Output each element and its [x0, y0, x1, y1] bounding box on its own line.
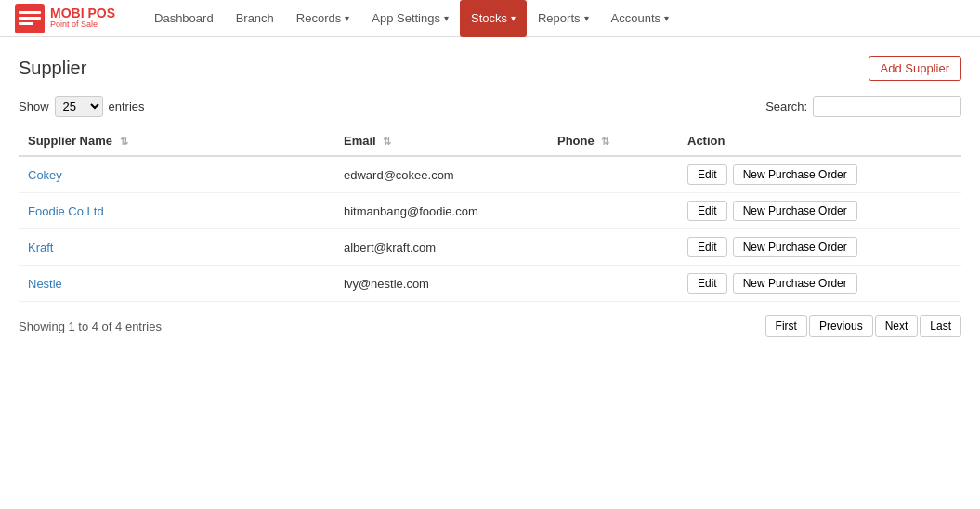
col-header-action: Action	[678, 126, 961, 156]
edit-button-2[interactable]: Edit	[687, 237, 727, 257]
brand-name: MOBI POS	[50, 7, 115, 20]
cell-action-2: Edit New Purchase Order	[678, 229, 961, 266]
pagination-last[interactable]: Last	[920, 315, 961, 337]
edit-button-0[interactable]: Edit	[687, 164, 727, 185]
table-row: Foodie Co Ltd hitmanbang@foodie.com Edit…	[19, 193, 961, 229]
cell-action-0: Edit New Purchase Order	[678, 156, 961, 193]
search-box: Search:	[765, 96, 961, 117]
records-caret: ▾	[345, 13, 349, 23]
brand-sub: Point of Sale	[50, 20, 115, 30]
cell-phone-1	[548, 193, 678, 229]
cell-action-1: Edit New Purchase Order	[678, 193, 961, 229]
search-label: Search:	[765, 99, 807, 113]
cell-email-3: ivy@nestle.com	[334, 266, 548, 302]
brand[interactable]: MOBI POS Point of Sale	[15, 4, 115, 33]
page-title: Supplier	[19, 58, 86, 79]
brand-logo	[15, 4, 45, 33]
cell-phone-0	[548, 156, 678, 193]
page-header: Supplier Add Supplier	[19, 56, 961, 81]
show-entries: Show 25 10 50 100 entries	[19, 96, 145, 117]
cell-email-1: hitmanbang@foodie.com	[334, 193, 548, 229]
edit-button-1[interactable]: Edit	[687, 201, 727, 221]
new-po-button-3[interactable]: New Purchase Order	[733, 273, 857, 294]
table-row: Cokey edward@cokee.com Edit New Purchase…	[19, 156, 961, 193]
pagination: First Previous Next Last	[765, 315, 961, 337]
search-input[interactable]	[813, 96, 961, 117]
table-row: Nestle ivy@nestle.com Edit New Purchase …	[19, 266, 961, 302]
cell-email-2: albert@kraft.com	[334, 229, 548, 266]
stocks-caret: ▾	[511, 13, 516, 23]
appsettings-caret: ▾	[444, 13, 449, 23]
col-header-email: Email ⇅	[334, 126, 548, 156]
nav-records[interactable]: Records ▾	[285, 0, 360, 37]
action-cell-3: Edit New Purchase Order	[687, 273, 952, 294]
nav-dashboard[interactable]: Dashboard	[143, 0, 225, 37]
new-po-button-0[interactable]: New Purchase Order	[733, 164, 857, 185]
supplier-link-1[interactable]: Foodie Co Ltd	[28, 204, 104, 218]
sort-icon-email[interactable]: ⇅	[383, 136, 391, 147]
cell-name-0: Cokey	[19, 156, 334, 193]
svg-rect-2	[19, 17, 41, 20]
navbar: MOBI POS Point of Sale Dashboard Branch …	[0, 0, 980, 37]
svg-rect-1	[19, 11, 41, 14]
table-row: Kraft albert@kraft.com Edit New Purchase…	[19, 229, 961, 266]
cell-action-3: Edit New Purchase Order	[678, 266, 961, 302]
cell-name-1: Foodie Co Ltd	[19, 193, 334, 229]
action-cell-2: Edit New Purchase Order	[687, 237, 952, 257]
showing-text: Showing 1 to 4 of 4 entries	[19, 320, 162, 333]
sort-icon-phone[interactable]: ⇅	[601, 136, 609, 147]
accounts-caret: ▾	[664, 13, 669, 23]
nav-reports[interactable]: Reports ▾	[527, 0, 600, 37]
supplier-link-3[interactable]: Nestle	[28, 277, 62, 291]
table-header-row: Supplier Name ⇅ Email ⇅ Phone ⇅ Action	[19, 126, 961, 156]
col-header-phone: Phone ⇅	[548, 126, 678, 156]
cell-name-3: Nestle	[19, 266, 334, 302]
col-header-name: Supplier Name ⇅	[19, 126, 334, 156]
supplier-link-0[interactable]: Cokey	[28, 168, 62, 182]
pagination-previous[interactable]: Previous	[809, 315, 873, 337]
nav-branch[interactable]: Branch	[225, 0, 285, 37]
main-content: Supplier Add Supplier Show 25 10 50 100 …	[0, 37, 980, 356]
action-cell-0: Edit New Purchase Order	[687, 164, 952, 185]
sort-icon-name[interactable]: ⇅	[120, 136, 128, 147]
new-po-button-2[interactable]: New Purchase Order	[733, 237, 857, 257]
nav-stocks[interactable]: Stocks ▾	[460, 0, 527, 37]
cell-phone-2	[548, 229, 678, 266]
table-body: Cokey edward@cokee.com Edit New Purchase…	[19, 156, 961, 302]
supplier-table: Supplier Name ⇅ Email ⇅ Phone ⇅ Action C…	[19, 126, 961, 302]
add-supplier-button[interactable]: Add Supplier	[869, 56, 961, 81]
cell-name-2: Kraft	[19, 229, 334, 266]
entries-select[interactable]: 25 10 50 100	[55, 96, 103, 117]
table-footer: Showing 1 to 4 of 4 entries First Previo…	[19, 315, 961, 337]
reports-caret: ▾	[584, 13, 589, 23]
nav-items: Dashboard Branch Records ▾ App Settings …	[143, 0, 965, 37]
new-po-button-1[interactable]: New Purchase Order	[733, 201, 857, 221]
edit-button-3[interactable]: Edit	[687, 273, 727, 294]
nav-appsettings[interactable]: App Settings ▾	[360, 0, 460, 37]
show-label: Show	[19, 99, 49, 113]
table-controls: Show 25 10 50 100 entries Search:	[19, 96, 961, 117]
pagination-first[interactable]: First	[765, 315, 807, 337]
pagination-next[interactable]: Next	[875, 315, 919, 337]
action-cell-1: Edit New Purchase Order	[687, 201, 952, 221]
cell-email-0: edward@cokee.com	[334, 156, 548, 193]
entries-label: entries	[109, 99, 145, 113]
supplier-link-2[interactable]: Kraft	[28, 241, 53, 254]
cell-phone-3	[548, 266, 678, 302]
svg-rect-3	[19, 22, 33, 25]
brand-text: MOBI POS Point of Sale	[50, 7, 115, 30]
nav-accounts[interactable]: Accounts ▾	[600, 0, 680, 37]
